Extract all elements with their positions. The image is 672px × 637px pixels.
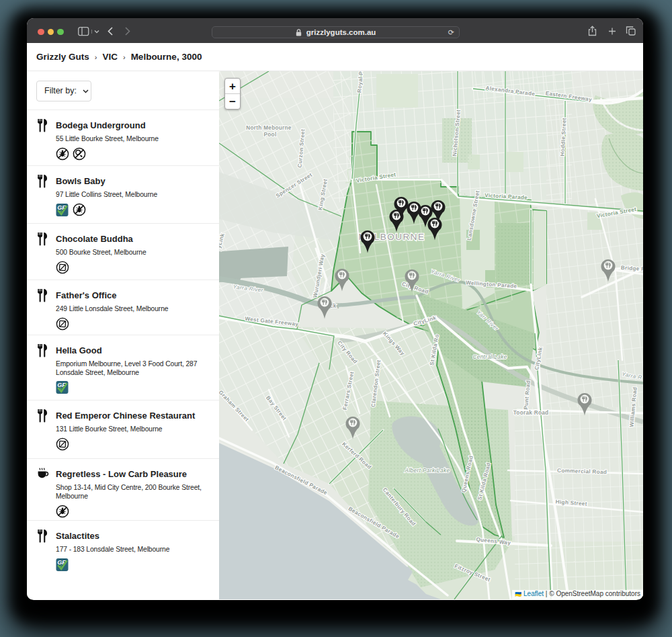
svg-text:Albert Park Lake: Albert Park Lake [405,468,450,474]
svg-text:North Mebourne: North Mebourne [246,125,292,131]
svg-text:Pool: Pool [264,132,277,138]
svg-text:Toorak Road: Toorak Road [513,410,549,416]
svg-text:Central Lake: Central Lake [472,354,507,360]
